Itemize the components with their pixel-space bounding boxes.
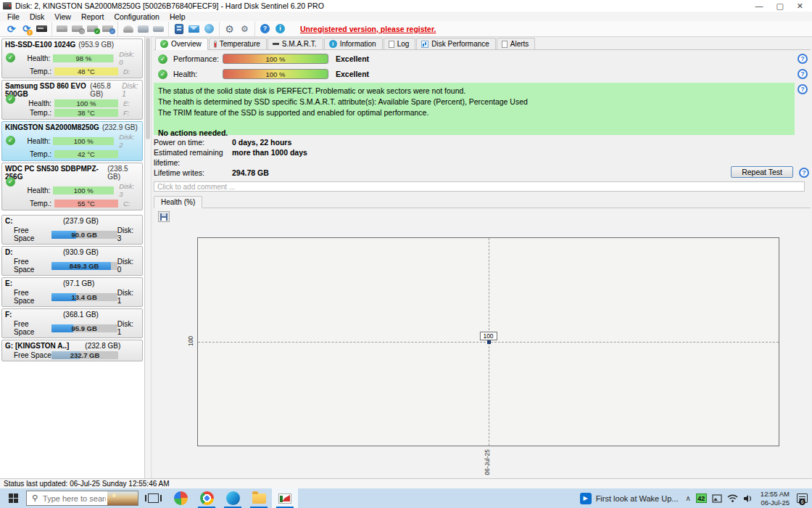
tab-alerts[interactable]: Alerts xyxy=(497,38,536,49)
printer-icon[interactable] xyxy=(151,22,166,36)
disk-name: KINGSTON SA2000M8250G xyxy=(5,123,99,131)
refresh-warning-icon[interactable]: ⟳ xyxy=(19,22,34,36)
disk-card-hs-ssd[interactable]: ✓ HS-SSD-E100 1024G (953.9 GB) Health: 9… xyxy=(1,38,143,78)
disk-sidebar: ✓ HS-SSD-E100 1024G (953.9 GB) Health: 9… xyxy=(0,37,145,478)
temp-meter: 55 °C xyxy=(54,200,118,208)
register-link[interactable]: Unregistered version, please register. xyxy=(300,25,436,33)
comment-input[interactable] xyxy=(154,181,805,192)
about-info-icon[interactable]: i xyxy=(273,22,288,36)
settings-gear-icon[interactable]: ⚙ xyxy=(222,22,237,36)
menu-configuration[interactable]: Configuration xyxy=(109,12,164,21)
disk-test-icon[interactable]: ⌕ xyxy=(100,22,115,36)
log-page-icon xyxy=(389,41,394,48)
restore-button[interactable]: ▢ xyxy=(776,1,783,11)
disk-number: Disk: 3 xyxy=(117,226,139,242)
refresh-icon[interactable]: ⟳ xyxy=(4,22,19,36)
sidebar-scrollbar[interactable] xyxy=(145,37,152,478)
sound-settings-icon[interactable]: ⚙ xyxy=(237,22,252,36)
partition-card-d[interactable]: D: (930.9 GB) Free Space 849.3 GB Disk: … xyxy=(1,246,143,276)
taskbar-app-chrome[interactable] xyxy=(194,488,220,508)
status-help-icon[interactable]: ? xyxy=(798,84,808,94)
menu-view[interactable]: View xyxy=(49,12,76,21)
menu-disk[interactable]: Disk xyxy=(25,12,49,21)
tab-temperature[interactable]: Temperature xyxy=(209,38,267,49)
search-input[interactable] xyxy=(41,493,107,504)
speaker-icon[interactable] xyxy=(743,494,753,503)
search-daily-image[interactable] xyxy=(107,491,138,505)
menubar: File Disk View Report Configuration Help xyxy=(0,12,812,21)
drive-letter: D: xyxy=(123,67,130,75)
tab-overview[interactable]: ✓ Overview xyxy=(155,38,208,50)
y-axis-tick-label: 100 xyxy=(187,336,194,346)
info-icon: i xyxy=(329,40,337,48)
windows-logo-icon xyxy=(9,493,18,503)
partition-size: (97.1 GB) xyxy=(63,279,94,287)
health-rating: Excellent xyxy=(336,70,369,78)
health-data-point xyxy=(487,340,491,344)
free-space-meter: 90.0 GB xyxy=(51,231,117,239)
disk-number: Disk: 3 xyxy=(119,182,139,198)
partition-card-f[interactable]: F: (368.1 GB) Free Space 95.9 GB Disk: 1 xyxy=(1,308,143,338)
clock-date: 06-Jul-25 xyxy=(761,499,790,507)
performance-help-icon[interactable]: ? xyxy=(798,54,808,64)
temp-meter: 48 °C xyxy=(54,67,118,75)
partition-card-e[interactable]: E: (97.1 GB) Free Space 13.4 GB Disk: 1 xyxy=(1,277,143,307)
start-button[interactable] xyxy=(0,488,26,508)
repeat-test-button[interactable]: Repeat Test xyxy=(731,166,793,178)
disk-number: Disk: 2 xyxy=(119,133,139,149)
wifi-icon[interactable] xyxy=(727,494,738,502)
free-space-label: Free Space xyxy=(14,320,51,336)
minimize-button[interactable]: — xyxy=(755,1,763,11)
disk-card-kingston-selected[interactable]: ✓ KINGSTON SA2000M8250G (232.9 GB) Healt… xyxy=(1,121,143,161)
tab-smart[interactable]: S.M.A.R.T. xyxy=(268,38,323,49)
tab-information[interactable]: i Information xyxy=(324,38,383,49)
disk-card-wdc[interactable]: ✓ WDC PC SN530 SDBPMPZ-256G (238.5 GB) H… xyxy=(1,163,143,210)
notification-center-icon[interactable]: 6 xyxy=(797,493,808,503)
task-view-button[interactable] xyxy=(138,488,167,508)
taskbar-clock[interactable]: 12:55 AM 06-Jul-25 xyxy=(758,490,792,507)
disk-card-samsung[interactable]: ✓ Samsung SSD 860 EVO 500GB (465.8 GB) D… xyxy=(1,80,143,120)
disk-number: Disk: 0 xyxy=(119,50,139,66)
close-button[interactable]: ✕ xyxy=(797,1,803,11)
removable-disk-icon[interactable] xyxy=(136,22,151,36)
send-email-icon[interactable] xyxy=(186,22,202,36)
disk-capacity: (238.5 GB) xyxy=(107,165,139,181)
taskbar-search[interactable]: ⚲ xyxy=(26,491,138,506)
partition-letter: F: xyxy=(5,311,47,319)
disk-ok-icon[interactable]: ✓ xyxy=(85,22,100,36)
save-graph-button[interactable] xyxy=(158,211,170,222)
detect-disks-icon[interactable] xyxy=(34,22,49,36)
device-dome-icon[interactable] xyxy=(120,22,136,36)
help-icon[interactable]: ? xyxy=(257,22,273,36)
edge-icon xyxy=(226,491,240,505)
menu-report[interactable]: Report xyxy=(76,12,109,21)
menu-help[interactable]: Help xyxy=(165,12,191,21)
network-status-icon[interactable] xyxy=(202,22,217,36)
disk-name: HS-SSD-E100 1024G xyxy=(5,41,75,49)
disk-offline-icon[interactable] xyxy=(54,22,70,36)
tray-photos-icon[interactable] xyxy=(712,494,722,503)
menu-file[interactable]: File xyxy=(2,12,25,21)
health-help-icon[interactable]: ? xyxy=(798,69,808,79)
taskbar-app-file-explorer[interactable] xyxy=(246,488,272,508)
report-notebook-icon[interactable] xyxy=(171,22,186,36)
partition-card-g[interactable]: G: [KINGSTON A..] (232.8 GB) Free Space … xyxy=(1,340,143,361)
temp-label: Temp.: xyxy=(24,150,51,158)
disk-schedule-icon[interactable]: ◷ xyxy=(70,22,85,36)
partition-card-c[interactable]: C: (237.9 GB) Free Space 90.0 GB Disk: 3 xyxy=(1,215,143,245)
taskbar-app-edge[interactable] xyxy=(220,488,246,508)
search-icon: ⚲ xyxy=(32,493,38,503)
tray-count-badge[interactable]: 42 xyxy=(696,493,707,503)
health-plot[interactable]: 100 xyxy=(197,237,779,446)
overview-ok-icon: ✓ xyxy=(160,40,168,48)
news-widget[interactable]: ▶ First look at Wake Up... xyxy=(580,493,686,504)
tray-chevron-icon[interactable]: ∧ xyxy=(686,494,691,502)
tab-disk-performance[interactable]: Disk Performance xyxy=(416,38,495,49)
stat-label: Power on time: xyxy=(154,138,232,148)
taskbar-app-hdsentinel[interactable] xyxy=(272,488,298,508)
health-graph-tab[interactable]: Health (%) xyxy=(154,196,202,208)
taskbar-app-pinwheel[interactable] xyxy=(167,488,194,508)
health-label: Health: xyxy=(24,137,50,145)
free-space-meter: 13.4 GB xyxy=(51,293,117,301)
tab-log[interactable]: Log xyxy=(384,38,416,49)
